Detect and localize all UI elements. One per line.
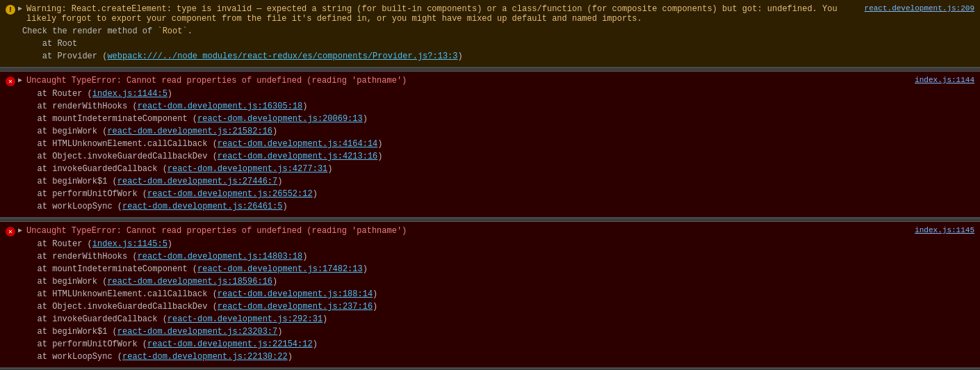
error-header-2: ✕ ▶ Uncaught TypeError: Cannot read prop… (6, 226, 908, 236)
error-icon-1: ✕ (6, 77, 15, 86)
error-source-1: index.js:1144 (915, 76, 974, 84)
stack-2-8: at performUnitOfWork (react-dom.developm… (6, 338, 908, 351)
stack-2-7-link[interactable]: react-dom.development.js:23203:7 (117, 327, 277, 337)
stack-1-8: at performUnitOfWork (react-dom.developm… (6, 188, 908, 200)
warning-extra-2: at Provider (webpack:///../node_modules/… (6, 50, 858, 63)
stack-1-0-link[interactable]: index.js:1144:5 (92, 89, 168, 99)
stack-1-3-link[interactable]: react-dom.development.js:21582:16 (107, 127, 272, 136)
stack-1-6-link[interactable]: react-dom.development.js:4277:31 (168, 164, 327, 174)
error-source-2-link[interactable]: index.js:1145 (915, 226, 974, 234)
error-content-2: ✕ ▶ Uncaught TypeError: Cannot read prop… (6, 226, 915, 363)
warning-source: react.development.js:209 (865, 4, 974, 13)
stack-2-3-link[interactable]: react-dom.development.js:18596:16 (107, 277, 272, 287)
warning-header: ! ▶ Warning: React.createElement: type i… (6, 4, 858, 24)
stack-2-6-link[interactable]: react-dom.development.js:292:31 (168, 314, 322, 324)
error-header-1: ✕ ▶ Uncaught TypeError: Cannot read prop… (6, 76, 908, 86)
warning-content: ! ▶ Warning: React.createElement: type i… (6, 4, 865, 63)
warning-icon: ! (6, 5, 15, 15)
triangle-icon-2[interactable]: ▶ (18, 226, 22, 234)
stack-2-8-link[interactable]: react-dom.development.js:22154:12 (147, 339, 313, 349)
stack-2-4-link[interactable]: react-dom.development.js:188:14 (218, 289, 373, 299)
stack-2-5: at Object.invokeGuardedCallbackDev (reac… (6, 300, 908, 313)
warning-provider-link[interactable]: webpack:///../node_modules/react-redux/e… (107, 51, 457, 61)
error-icon-2: ✕ (6, 227, 15, 236)
error-block-2: ✕ ▶ Uncaught TypeError: Cannot read prop… (0, 222, 980, 368)
stack-2-5-link[interactable]: react-dom.development.js:237:16 (218, 302, 373, 312)
stack-2-0-link[interactable]: index.js:1145:5 (92, 239, 168, 249)
warning-block: ! ▶ Warning: React.createElement: type i… (0, 0, 980, 67)
stack-2-2: at mountIndeterminateComponent (react-do… (6, 263, 908, 275)
stack-2-6: at invokeGuardedCallback (react-dom.deve… (6, 313, 908, 325)
warning-source-link[interactable]: react.development.js:209 (865, 4, 974, 13)
console-panel: ! ▶ Warning: React.createElement: type i… (0, 0, 980, 370)
triangle-icon[interactable]: ▶ (18, 4, 22, 13)
stack-1-5: at Object.invokeGuardedCallbackDev (reac… (6, 150, 908, 163)
stack-1-7-link[interactable]: react-dom.development.js:27446:7 (117, 177, 277, 186)
stack-1-4-link[interactable]: react-dom.development.js:4164:14 (218, 139, 377, 149)
error-row-2: ✕ ▶ Uncaught TypeError: Cannot read prop… (6, 226, 974, 363)
warning-extra-1: at Root (6, 38, 858, 50)
warning-extra-0: Check the render method of `Root`. (6, 25, 858, 38)
stack-2-9: at workLoopSync (react-dom.development.j… (6, 351, 908, 363)
stack-1-5-link[interactable]: react-dom.development.js:4213:16 (218, 152, 377, 161)
stack-1-1: at renderWithHooks (react-dom.developmen… (6, 100, 908, 113)
stack-1-6: at invokeGuardedCallback (react-dom.deve… (6, 163, 908, 175)
stack-1-7: at beginWork$1 (react-dom.development.js… (6, 175, 908, 188)
stack-2-9-link[interactable]: react-dom.development.js:22130:22 (122, 352, 288, 362)
stack-1-4: at HTMLUnknownElement.callCallback (reac… (6, 138, 908, 150)
stack-1-9: at workLoopSync (react-dom.development.j… (6, 200, 908, 213)
error-block-1: ✕ ▶ Uncaught TypeError: Cannot read prop… (0, 72, 980, 218)
error-row-1: ✕ ▶ Uncaught TypeError: Cannot read prop… (6, 76, 974, 213)
stack-1-1-link[interactable]: react-dom.development.js:16305:18 (138, 102, 303, 111)
triangle-icon-1[interactable]: ▶ (18, 76, 22, 84)
error-source-1-link[interactable]: index.js:1144 (915, 76, 974, 84)
warning-message: Warning: React.createElement: type is in… (26, 4, 858, 24)
stack-2-4: at HTMLUnknownElement.callCallback (reac… (6, 288, 908, 300)
stack-1-9-link[interactable]: react-dom.development.js:26461:5 (122, 202, 282, 211)
error-message-1: Uncaught TypeError: Cannot read properti… (26, 76, 407, 86)
error-content-1: ✕ ▶ Uncaught TypeError: Cannot read prop… (6, 76, 915, 213)
error-source-2: index.js:1145 (915, 226, 974, 234)
stack-2-1-link[interactable]: react-dom.development.js:14803:18 (138, 252, 303, 262)
stack-2-0: at Router (index.js:1145:5) (6, 238, 908, 250)
stack-2-1: at renderWithHooks (react-dom.developmen… (6, 250, 908, 263)
stack-1-2-link[interactable]: react-dom.development.js:20069:13 (197, 114, 363, 124)
error-message-2: Uncaught TypeError: Cannot read properti… (26, 226, 407, 236)
stack-2-3: at beginWork (react-dom.development.js:1… (6, 275, 908, 288)
stack-1-3: at beginWork (react-dom.development.js:2… (6, 125, 908, 138)
stack-2-2-link[interactable]: react-dom.development.js:17482:13 (197, 264, 363, 274)
stack-2-7: at beginWork$1 (react-dom.development.js… (6, 325, 908, 338)
stack-1-8-link[interactable]: react-dom.development.js:26552:12 (147, 189, 313, 199)
stack-1-0: at Router (index.js:1144:5) (6, 88, 908, 100)
warning-row: ! ▶ Warning: React.createElement: type i… (6, 4, 974, 63)
stack-1-2: at mountIndeterminateComponent (react-do… (6, 113, 908, 125)
